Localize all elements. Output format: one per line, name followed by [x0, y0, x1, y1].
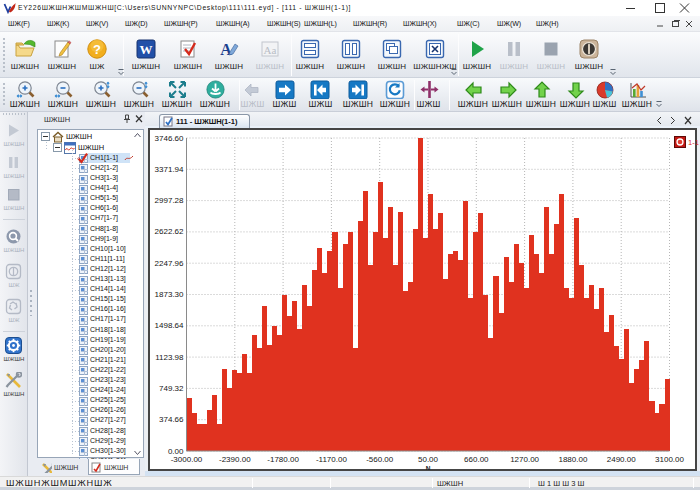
svg-text:3746.60: 3746.60 — [155, 134, 184, 143]
svg-text:1-1: 1-1 — [688, 138, 699, 147]
svg-text:A: A — [220, 41, 232, 58]
svg-text:-2390.00: -2390.00 — [219, 455, 251, 464]
svg-text:1880.00: 1880.00 — [558, 455, 587, 464]
svg-text:1270.00: 1270.00 — [510, 455, 539, 464]
svg-text:W: W — [140, 42, 153, 57]
svg-text:2622.62: 2622.62 — [155, 227, 184, 236]
svg-text:1498.64: 1498.64 — [155, 321, 184, 330]
svg-text:660.00: 660.00 — [464, 455, 489, 464]
svg-text:50.00: 50.00 — [418, 455, 439, 464]
svg-text:2247.96: 2247.96 — [155, 259, 184, 268]
svg-text:-3000.00: -3000.00 — [171, 455, 203, 464]
svg-text:374.66: 374.66 — [159, 415, 184, 424]
svg-text:1873.30: 1873.30 — [155, 290, 184, 299]
svg-text:Aa: Aa — [264, 44, 277, 56]
svg-text:2490.00: 2490.00 — [607, 455, 636, 464]
svg-text:1123.98: 1123.98 — [155, 353, 184, 362]
svg-text:749.32: 749.32 — [159, 384, 184, 393]
svg-text:3371.94: 3371.94 — [155, 165, 184, 174]
svg-text:N: N — [426, 465, 431, 470]
svg-text:-560.00: -560.00 — [366, 455, 394, 464]
svg-text:-1170.00: -1170.00 — [316, 455, 348, 464]
svg-text:?: ? — [93, 42, 101, 57]
svg-text:3100.00: 3100.00 — [655, 455, 684, 464]
svg-text:-1780.00: -1780.00 — [267, 455, 299, 464]
svg-text:2997.28: 2997.28 — [155, 196, 184, 205]
